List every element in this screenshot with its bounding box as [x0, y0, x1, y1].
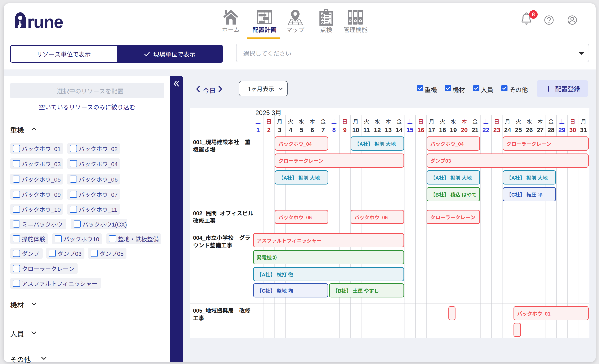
svg-text:rune: rune	[27, 12, 63, 30]
